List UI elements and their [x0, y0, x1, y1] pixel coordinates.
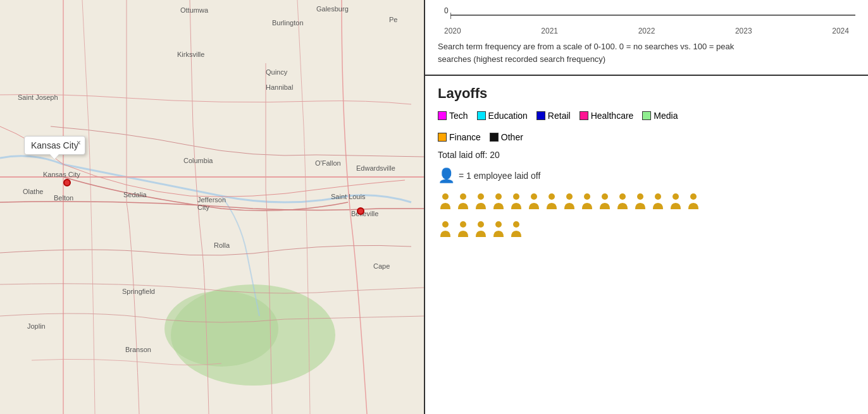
- map-panel: Ottumwa Galesburg Burlington Pe Kirksvil…: [0, 0, 424, 414]
- person-figure: [509, 221, 524, 242]
- legend-retail: Retail: [536, 111, 571, 121]
- tech-color: [438, 111, 447, 120]
- layoffs-legend: Tech Education Retail Healthcare Media: [438, 111, 855, 142]
- icon-legend: 👤 = 1 employee laid off: [438, 167, 855, 184]
- svg-point-13: [584, 193, 590, 200]
- legend-education: Education: [477, 111, 528, 121]
- education-label: Education: [488, 111, 528, 121]
- legend-other: Other: [490, 132, 523, 142]
- search-section: 0 2020 2021 2022 2023 2024 Search term f…: [425, 0, 868, 76]
- person-figure: [473, 221, 488, 242]
- legend-healthcare: Healthcare: [580, 111, 634, 121]
- icon-legend-text: = 1 employee laid off: [459, 171, 540, 181]
- axis-label-2022: 2022: [638, 27, 655, 35]
- layoffs-title: Layoffs: [438, 85, 855, 102]
- person-figure: [686, 193, 701, 214]
- svg-point-15: [619, 193, 626, 200]
- person-figure: [580, 193, 595, 214]
- axis-label-2024: 2024: [832, 27, 849, 35]
- person-row-2: [438, 221, 524, 242]
- person-figure: [491, 193, 506, 214]
- healthcare-label: Healthcare: [591, 111, 634, 121]
- tooltip-close-button[interactable]: ×: [77, 138, 81, 147]
- person-figure: [456, 193, 471, 214]
- person-figure: [509, 193, 524, 214]
- map-dot-kansas-city[interactable]: [63, 179, 71, 186]
- other-color: [490, 133, 499, 142]
- svg-point-19: [690, 193, 697, 200]
- retail-label: Retail: [548, 111, 571, 121]
- svg-point-21: [460, 221, 466, 228]
- layoffs-section: Layoffs Tech Education Retail Healthcare: [425, 76, 868, 414]
- right-panel: 0 2020 2021 2022 2023 2024 Search term f…: [424, 0, 868, 414]
- person-figure: [526, 193, 542, 214]
- media-color: [642, 111, 651, 120]
- svg-point-23: [495, 221, 502, 228]
- person-figure: [668, 193, 683, 214]
- kansas-city-tooltip: Kansas City ×: [24, 136, 85, 155]
- axis-labels: 2020 2021 2022 2023 2024: [438, 27, 855, 35]
- svg-point-2: [164, 291, 278, 367]
- svg-point-16: [637, 193, 643, 200]
- person-figure: [438, 221, 453, 242]
- person-figure: [456, 221, 471, 242]
- person-figure: [597, 193, 612, 214]
- axis-label-2020: 2020: [444, 27, 461, 35]
- chart-axis-area: 0: [444, 6, 855, 24]
- person-figure: [544, 193, 559, 214]
- svg-point-9: [513, 193, 519, 200]
- finance-color: [438, 133, 447, 142]
- svg-point-10: [531, 193, 537, 200]
- person-figure: [650, 193, 666, 214]
- retail-color: [536, 111, 545, 120]
- svg-point-7: [478, 193, 484, 200]
- map-background: Ottumwa Galesburg Burlington Pe Kirksvil…: [0, 0, 424, 414]
- person-figure: [633, 193, 648, 214]
- svg-point-24: [513, 221, 519, 228]
- healthcare-color: [580, 111, 588, 120]
- person-figure: [615, 193, 630, 214]
- svg-point-17: [655, 193, 661, 200]
- person-icon-legend: 👤: [438, 167, 455, 184]
- person-figure: [473, 193, 488, 214]
- axis-label-2021: 2021: [541, 27, 558, 35]
- tech-label: Tech: [449, 111, 468, 121]
- media-label: Media: [654, 111, 678, 121]
- person-row-1: [438, 193, 855, 214]
- svg-point-5: [442, 193, 449, 200]
- person-figure: [562, 193, 577, 214]
- person-figures-row: [438, 193, 855, 243]
- svg-point-6: [460, 193, 466, 200]
- svg-point-20: [442, 221, 449, 228]
- axis-label-2023: 2023: [735, 27, 752, 35]
- axis-line-svg: [450, 13, 855, 23]
- finance-label: Finance: [449, 132, 481, 142]
- svg-point-11: [549, 193, 555, 200]
- map-dot-saint-louis[interactable]: [357, 207, 364, 215]
- legend-media: Media: [642, 111, 678, 121]
- person-figure: [438, 193, 453, 214]
- person-figure: [491, 221, 506, 242]
- search-note: Search term frequency are from a scale o…: [438, 40, 855, 65]
- svg-point-14: [602, 193, 608, 200]
- legend-finance: Finance: [438, 132, 481, 142]
- svg-point-18: [673, 193, 679, 200]
- svg-point-22: [478, 221, 484, 228]
- total-laid-off: Total laid off: 20: [438, 150, 855, 160]
- tooltip-city-name: Kansas City: [31, 140, 78, 150]
- legend-tech: Tech: [438, 111, 468, 121]
- svg-point-12: [566, 193, 573, 200]
- education-color: [477, 111, 486, 120]
- other-label: Other: [501, 132, 523, 142]
- svg-point-8: [495, 193, 502, 200]
- y-axis-zero: 0: [444, 6, 449, 15]
